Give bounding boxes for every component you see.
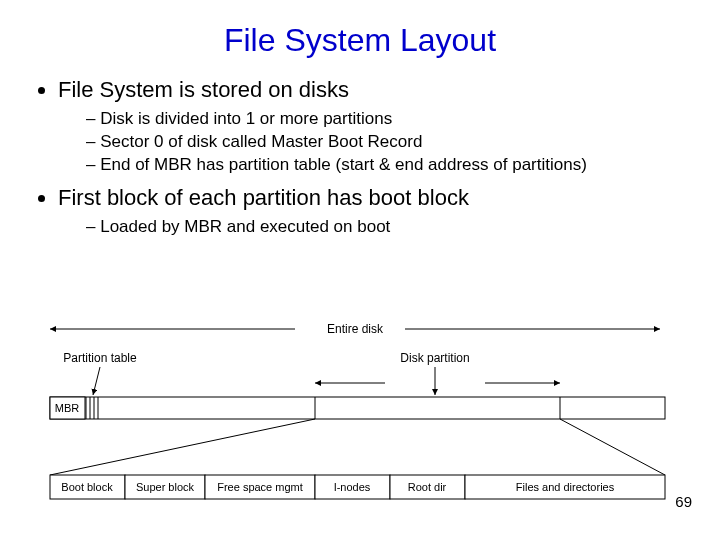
bullet-1-text: File System is stored on disks	[58, 77, 349, 102]
disk-partition-label: Disk partition	[400, 351, 469, 365]
bullet-1c: End of MBR has partition table (start & …	[86, 155, 690, 175]
slide-title: File System Layout	[30, 22, 690, 59]
disk-layout-diagram: Entire disk Partition table Disk partiti…	[35, 315, 675, 515]
bullet-2-text: First block of each partition has boot b…	[58, 185, 469, 210]
svg-rect-6	[50, 397, 665, 419]
page-number: 69	[675, 493, 692, 510]
bullet-2: First block of each partition has boot b…	[58, 185, 690, 237]
root-dir-label: Root dir	[408, 481, 447, 493]
mbr-label: MBR	[55, 402, 80, 414]
boot-block-label: Boot block	[61, 481, 113, 493]
partition-detail: Boot block Super block Free space mgmt I…	[50, 475, 665, 499]
files-dirs-label: Files and directories	[516, 481, 615, 493]
bullet-list: File System is stored on disks Disk is d…	[30, 77, 690, 237]
super-block-label: Super block	[136, 481, 195, 493]
partition-table-label: Partition table	[63, 351, 137, 365]
bullet-1: File System is stored on disks Disk is d…	[58, 77, 690, 175]
free-space-label: Free space mgmt	[217, 481, 303, 493]
svg-line-2	[93, 367, 100, 395]
bullet-2a: Loaded by MBR and executed on boot	[86, 217, 690, 237]
bullet-1a: Disk is divided into 1 or more partition…	[86, 109, 690, 129]
svg-line-15	[560, 419, 665, 475]
entire-disk-label: Entire disk	[327, 322, 384, 336]
svg-line-14	[50, 419, 315, 475]
bullet-1b: Sector 0 of disk called Master Boot Reco…	[86, 132, 690, 152]
inodes-label: I-nodes	[334, 481, 371, 493]
